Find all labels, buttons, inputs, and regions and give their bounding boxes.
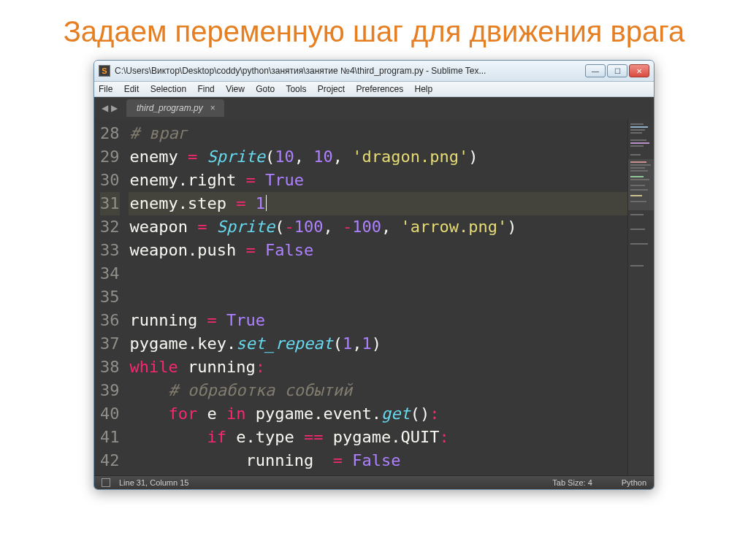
menu-selection[interactable]: Selection bbox=[150, 84, 186, 94]
file-tab[interactable]: third_program.py × bbox=[126, 99, 224, 117]
menu-bar: File Edit Selection Find View Goto Tools… bbox=[94, 82, 654, 97]
close-button[interactable]: ✕ bbox=[629, 64, 649, 77]
tab-close-icon[interactable]: × bbox=[210, 103, 215, 113]
code-line[interactable]: while running: bbox=[129, 356, 628, 379]
menu-preferences[interactable]: Preferences bbox=[356, 84, 403, 94]
code-line[interactable]: for e in pygame.event.get(): bbox=[129, 402, 628, 426]
menu-tools[interactable]: Tools bbox=[286, 84, 306, 94]
text-caret bbox=[266, 195, 267, 211]
tab-back-icon[interactable]: ◀ bbox=[102, 103, 108, 113]
editor-window: S C:\Users\Виктор\Desktop\coddy\python\з… bbox=[94, 60, 654, 490]
code-line[interactable]: weapon.push = False bbox=[129, 239, 628, 262]
status-tabsize[interactable]: Tab Size: 4 bbox=[552, 478, 592, 487]
window-controls: — ☐ ✕ bbox=[585, 64, 649, 77]
tab-history-nav: ◀ ▶ bbox=[97, 103, 122, 113]
app-icon: S bbox=[99, 65, 110, 77]
code-line[interactable]: running = False bbox=[129, 449, 628, 472]
menu-edit[interactable]: Edit bbox=[124, 84, 140, 94]
code-line[interactable]: # обработка событий bbox=[129, 379, 628, 402]
code-line[interactable] bbox=[129, 285, 628, 309]
code-line[interactable]: enemy.right = True bbox=[129, 169, 628, 192]
minimize-button[interactable]: — bbox=[585, 64, 606, 77]
status-syntax[interactable]: Python bbox=[622, 478, 646, 487]
code-line[interactable]: enemy = Sprite(10, 10, 'dragon.png') bbox=[129, 145, 628, 169]
menu-help[interactable]: Help bbox=[415, 84, 433, 94]
window-titlebar[interactable]: S C:\Users\Виктор\Desktop\coddy\python\з… bbox=[94, 61, 654, 82]
menu-view[interactable]: View bbox=[226, 84, 245, 94]
code-line[interactable] bbox=[129, 262, 628, 285]
code-line[interactable]: enemy.step = 1 bbox=[129, 192, 628, 215]
menu-file[interactable]: File bbox=[99, 84, 112, 94]
menu-find[interactable]: Find bbox=[197, 84, 214, 94]
status-panel-icon[interactable] bbox=[102, 478, 110, 487]
slide-title: Задаем переменную шаг для движения врага bbox=[0, 0, 748, 55]
file-tab-label: third_program.py bbox=[137, 103, 203, 113]
code-line[interactable]: weapon = Sprite(-100, -100, 'arrow.png') bbox=[129, 215, 628, 239]
editor-area: 282930313233343536373839404142 # врагene… bbox=[94, 119, 654, 475]
maximize-button[interactable]: ☐ bbox=[607, 64, 627, 77]
code-line[interactable]: pygame.key.set_repeat(1,1) bbox=[129, 332, 628, 356]
tab-forward-icon[interactable]: ▶ bbox=[111, 103, 118, 113]
menu-goto[interactable]: Goto bbox=[256, 84, 275, 94]
line-gutter: 282930313233343536373839404142 bbox=[94, 119, 129, 475]
code-line[interactable]: running = True bbox=[129, 309, 628, 332]
code-line[interactable]: if e.type == pygame.QUIT: bbox=[129, 426, 628, 449]
status-linecol: Line 31, Column 15 bbox=[119, 478, 188, 487]
window-title: C:\Users\Виктор\Desktop\coddy\python\зан… bbox=[115, 66, 579, 76]
code-editor[interactable]: # врагenemy = Sprite(10, 10, 'dragon.png… bbox=[129, 119, 628, 475]
minimap[interactable] bbox=[627, 119, 654, 475]
tab-bar: ◀ ▶ third_program.py × bbox=[94, 97, 654, 119]
code-line[interactable]: # враг bbox=[129, 122, 628, 145]
menu-project[interactable]: Project bbox=[318, 84, 345, 94]
status-bar: Line 31, Column 15 Tab Size: 4 Python bbox=[94, 475, 654, 489]
